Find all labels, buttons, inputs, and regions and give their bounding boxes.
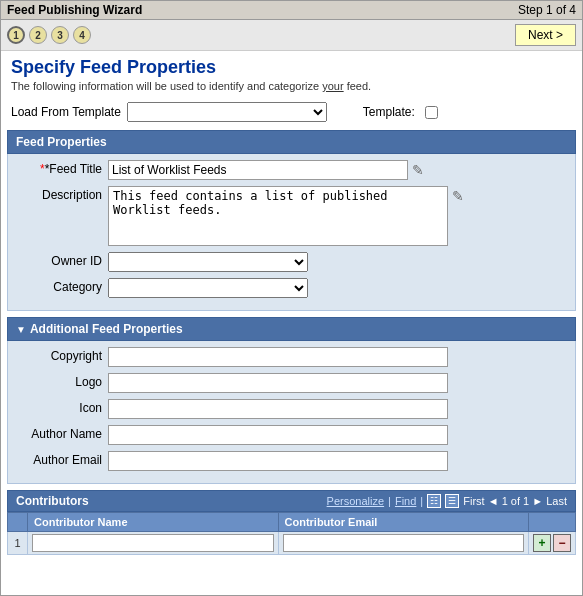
contributors-title: Contributors bbox=[16, 494, 89, 508]
load-template-row: Load From Template Template: bbox=[1, 98, 582, 126]
feed-properties-body: **Feed Title ✎ Description This feed con… bbox=[7, 154, 576, 311]
template-label: Template: bbox=[363, 105, 415, 119]
remove-row-button[interactable]: − bbox=[553, 534, 571, 552]
row-number: 1 bbox=[8, 532, 28, 555]
author-name-row: Author Name bbox=[18, 425, 565, 445]
additional-properties-header[interactable]: ▼ Additional Feed Properties bbox=[7, 317, 576, 341]
copyright-label: Copyright bbox=[18, 347, 108, 363]
feed-title-label: **Feed Title bbox=[18, 160, 108, 176]
col-contributor-email: Contributor Email bbox=[278, 513, 529, 532]
category-select[interactable] bbox=[108, 278, 308, 298]
copyright-row: Copyright bbox=[18, 347, 565, 367]
additional-properties-body: Copyright Logo Icon Author Name Author E… bbox=[7, 341, 576, 484]
author-name-label: Author Name bbox=[18, 425, 108, 441]
personalize-link[interactable]: Personalize bbox=[327, 495, 384, 507]
author-email-label: Author Email bbox=[18, 451, 108, 467]
category-row: Category bbox=[18, 278, 565, 298]
col-contributor-name: Contributor Name bbox=[28, 513, 279, 532]
author-email-input[interactable] bbox=[108, 451, 448, 471]
owner-id-row: Owner ID bbox=[18, 252, 565, 272]
contributor-email-cell bbox=[278, 532, 529, 555]
next-button[interactable]: Next > bbox=[515, 24, 576, 46]
description-label: Description bbox=[18, 186, 108, 202]
col-select bbox=[8, 513, 28, 532]
feed-title-edit-icon[interactable]: ✎ bbox=[412, 162, 424, 178]
icon-label: Icon bbox=[18, 399, 108, 415]
find-link[interactable]: Find bbox=[395, 495, 416, 507]
pagination-info: First ◄ 1 of 1 ► Last bbox=[463, 495, 567, 507]
steps-row: 1 2 3 4 bbox=[7, 26, 91, 44]
icon-input[interactable] bbox=[108, 399, 448, 419]
add-row-button[interactable]: + bbox=[533, 534, 551, 552]
page-title: Specify Feed Properties bbox=[1, 51, 582, 80]
step-1[interactable]: 1 bbox=[7, 26, 25, 44]
description-edit-icon[interactable]: ✎ bbox=[452, 188, 464, 204]
step-2[interactable]: 2 bbox=[29, 26, 47, 44]
category-label: Category bbox=[18, 278, 108, 294]
collapse-arrow-icon: ▼ bbox=[16, 324, 26, 335]
contributors-table-header-row: Contributor Name Contributor Email bbox=[8, 513, 576, 532]
copyright-input[interactable] bbox=[108, 347, 448, 367]
icon-row: Icon bbox=[18, 399, 565, 419]
template-checkbox[interactable] bbox=[425, 106, 438, 119]
logo-input[interactable] bbox=[108, 373, 448, 393]
wizard-title: Feed Publishing Wizard bbox=[7, 3, 142, 17]
top-bar: Feed Publishing Wizard Step 1 of 4 bbox=[1, 1, 582, 20]
author-email-row: Author Email bbox=[18, 451, 565, 471]
table-row: 1 + − bbox=[8, 532, 576, 555]
row-actions-cell: + − bbox=[529, 532, 576, 555]
contributor-email-input[interactable] bbox=[283, 534, 525, 552]
feed-properties-header: Feed Properties bbox=[7, 130, 576, 154]
view-grid-icon[interactable]: ☷ bbox=[427, 494, 441, 508]
author-name-input[interactable] bbox=[108, 425, 448, 445]
contributors-section: Contributors Personalize | Find | ☷ ☰ Fi… bbox=[7, 490, 576, 555]
owner-id-label: Owner ID bbox=[18, 252, 108, 268]
step-3[interactable]: 3 bbox=[51, 26, 69, 44]
logo-row: Logo bbox=[18, 373, 565, 393]
owner-id-select[interactable] bbox=[108, 252, 308, 272]
wizard-nav: 1 2 3 4 Next > bbox=[1, 20, 582, 51]
step-4[interactable]: 4 bbox=[73, 26, 91, 44]
contributor-name-input[interactable] bbox=[32, 534, 274, 552]
contributor-name-cell bbox=[28, 532, 279, 555]
page-subtitle: The following information will be used t… bbox=[1, 80, 582, 98]
load-template-select[interactable] bbox=[127, 102, 327, 122]
contributors-table: Contributor Name Contributor Email 1 bbox=[7, 512, 576, 555]
action-buttons: + − bbox=[533, 534, 571, 552]
contributors-header: Contributors Personalize | Find | ☷ ☰ Fi… bbox=[7, 490, 576, 512]
description-row: Description This feed contains a list of… bbox=[18, 186, 565, 246]
load-template-label: Load From Template bbox=[11, 105, 121, 119]
step-indicator: Step 1 of 4 bbox=[518, 3, 576, 17]
contributors-toolbar: Personalize | Find | ☷ ☰ First ◄ 1 of 1 … bbox=[327, 494, 567, 508]
logo-label: Logo bbox=[18, 373, 108, 389]
col-actions bbox=[529, 513, 576, 532]
view-list-icon[interactable]: ☰ bbox=[445, 494, 459, 508]
feed-title-row: **Feed Title ✎ bbox=[18, 160, 565, 180]
description-textarea[interactable]: This feed contains a list of published W… bbox=[108, 186, 448, 246]
feed-title-input[interactable] bbox=[108, 160, 408, 180]
